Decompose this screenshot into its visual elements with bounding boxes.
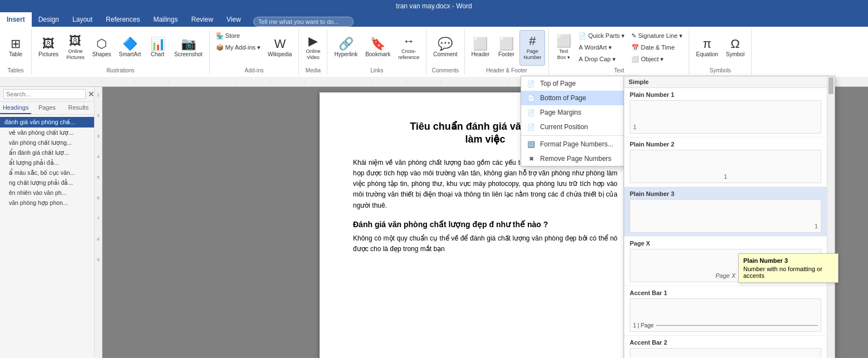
ribbon-search-input[interactable] [253, 17, 354, 27]
ribbon-search-area [248, 17, 868, 27]
tab-insert[interactable]: Insert [0, 12, 32, 27]
header-button[interactable]: ⬜ Header [468, 30, 493, 66]
option-plain-number-3[interactable]: Plain Number 3 1 [624, 187, 827, 237]
tab-pages[interactable]: Pages [31, 102, 62, 114]
equation-label: Equation [696, 51, 718, 58]
top-of-page-icon: 📄 [527, 79, 536, 88]
nav-item-6[interactable]: ng chất lượng phải đả... [0, 178, 94, 188]
date-time-button[interactable]: 📅 Date & Time [629, 42, 685, 53]
option-plain-number-2[interactable]: Plain Number 2 1 [624, 138, 827, 187]
quick-parts-button[interactable]: 📄 Quick Parts ▾ [576, 30, 627, 41]
screenshot-button[interactable]: 📷 Screenshot [171, 30, 206, 66]
symbol-icon: Ω [730, 38, 739, 50]
quick-parts-label: Quick Parts ▾ [588, 32, 625, 40]
signature-line-button[interactable]: ✎ Signature Line ▾ [629, 30, 685, 41]
page-margins-icon: 📄 [527, 108, 536, 117]
smartart-icon: 🔷 [122, 38, 138, 50]
object-label: Object ▾ [641, 56, 664, 63]
left-panel-header: ✕ [0, 87, 94, 102]
header-footer-label: Header & Footer [486, 66, 527, 73]
page-number-button[interactable]: # PageNumber [519, 30, 545, 66]
tab-results[interactable]: Results [63, 102, 94, 114]
bookmark-button[interactable]: 🔖 Bookmark [362, 30, 394, 66]
tab-headings[interactable]: Headings [0, 102, 31, 114]
nav-item-5[interactable]: ẩ màu sắc, bố cục văn... [0, 168, 94, 178]
document-paragraph-2[interactable]: Không có một quy chuẩn cụ thể về để đánh… [353, 233, 617, 254]
object-button[interactable]: ⬜ Object ▾ [629, 53, 685, 65]
option-accent-bar-1[interactable]: Accent Bar 1 1 | Page [624, 286, 827, 336]
page-x-value: Page X [715, 272, 735, 279]
page-margins-label: Page Margins [540, 109, 581, 116]
comment-icon: 💬 [438, 38, 453, 50]
my-addins-button[interactable]: 📦 My Add-ins ▾ [213, 42, 263, 53]
plain-number-3-tooltip: Plain Number 3 Number with no formatting… [738, 253, 838, 283]
symbol-button[interactable]: Ω Symbol [723, 30, 748, 66]
hyperlink-button[interactable]: 🔗 Hyperlink [331, 30, 361, 66]
tab-view[interactable]: View [220, 12, 248, 27]
ribbon-group-tables: ⊞ Table Tables [0, 29, 32, 75]
nav-item-1[interactable]: về văn phòng chất lượ... [0, 127, 94, 138]
submenu-scrollbar[interactable] [827, 76, 835, 358]
media-items: ▶ OnlineVideo [302, 30, 323, 66]
tab-references[interactable]: References [99, 12, 146, 27]
equation-icon: π [703, 38, 711, 50]
store-button[interactable]: 🏪 Store [213, 30, 263, 41]
text-box-button[interactable]: ⬜ TextBox ▾ [552, 30, 575, 66]
chart-label: Chart [151, 51, 164, 58]
nav-item-0[interactable]: đánh giá văn phòng chấ... [0, 117, 94, 127]
tab-mailings[interactable]: Mailings [146, 12, 184, 27]
tab-layout[interactable]: Layout [66, 12, 99, 27]
chart-button[interactable]: 📊 Chart [145, 30, 170, 66]
my-addins-label: My Add-ins ▾ [225, 44, 261, 51]
page-number-context-menu: 📄 Top of Page ▶ 📄 Bottom of Page ▶ 📄 Pag… [521, 76, 637, 166]
comments-items: 💬 Comment [430, 30, 460, 66]
nav-panel-close[interactable]: ✕ [88, 90, 95, 99]
menu-remove-page-numbers[interactable]: ✖ Remove Page Numbers [521, 151, 637, 166]
table-button[interactable]: ⊞ Table [3, 30, 28, 66]
menu-format-page-numbers[interactable]: 🔢 Format Page Numbers... [521, 137, 637, 151]
nav-item-7[interactable]: ên nhiên vào văn ph... [0, 188, 94, 198]
cross-reference-icon: ↔ [403, 35, 415, 47]
links-label: Links [370, 66, 383, 73]
menu-page-margins[interactable]: 📄 Page Margins ▶ [521, 105, 637, 120]
smartart-button[interactable]: 🔷 SmartArt [116, 30, 144, 66]
equation-button[interactable]: π Equation [693, 30, 721, 66]
symbols-label: Symbols [710, 66, 731, 73]
left-panel: ✕ Headings Pages Results đánh giá văn ph… [0, 87, 95, 358]
shapes-label: Shapes [92, 51, 111, 58]
online-pictures-icon: 🖼 [69, 35, 81, 47]
nav-search-input[interactable] [3, 89, 86, 99]
menu-current-position[interactable]: 📄 Current Position ▶ [521, 120, 637, 134]
online-video-button[interactable]: ▶ OnlineVideo [302, 30, 323, 66]
wikipedia-button[interactable]: W Wikipedia [264, 30, 295, 66]
online-pictures-button[interactable]: 🖼 OnlinePictures [63, 30, 88, 66]
menu-top-of-page[interactable]: 📄 Top of Page ▶ [521, 76, 637, 91]
nav-item-2[interactable]: văn phòng chất lượng... [0, 138, 94, 148]
drop-cap-button[interactable]: A Drop Cap ▾ [576, 53, 627, 65]
screenshot-icon: 📷 [181, 38, 196, 50]
pictures-button[interactable]: 🖼 Pictures [35, 30, 62, 66]
menu-bottom-of-page[interactable]: 📄 Bottom of Page ▶ [521, 91, 637, 105]
scrollbar-thumb [828, 77, 833, 94]
cross-reference-button[interactable]: ↔ Cross-reference [395, 30, 423, 66]
plain-number-2-label: Plain Number 2 [630, 141, 821, 148]
comment-button[interactable]: 💬 Comment [430, 30, 460, 66]
footer-icon: ⬜ [499, 38, 514, 50]
option-plain-number-1[interactable]: Plain Number 1 1 [624, 88, 827, 138]
plain-number-2-preview: 1 [630, 150, 821, 183]
nav-item-3[interactable]: ẩn đánh giá chất lượ... [0, 148, 94, 158]
submenu-simple-header: Simple [624, 76, 827, 88]
tab-review[interactable]: Review [184, 12, 219, 27]
format-label: Format Page Numbers... [540, 140, 613, 148]
document-heading-2[interactable]: Đánh giá văn phòng chất lượng đẹp đ như … [353, 220, 617, 229]
chart-icon: 📊 [150, 38, 165, 50]
illustrations-label: Illustrations [106, 66, 135, 73]
shapes-button[interactable]: ⬡ Shapes [89, 30, 115, 66]
footer-button[interactable]: ⬜ Footer [494, 30, 518, 66]
wordart-button[interactable]: A WordArt ▾ [576, 42, 627, 53]
nav-item-4[interactable]: ẩt lượng phải đả... [0, 158, 94, 168]
option-accent-bar-2[interactable]: Accent Bar 2 [624, 336, 827, 358]
tab-design[interactable]: Design [32, 12, 66, 27]
page-number-icon: # [529, 35, 536, 47]
nav-item-8[interactable]: văn phòng hợp phon... [0, 198, 94, 208]
